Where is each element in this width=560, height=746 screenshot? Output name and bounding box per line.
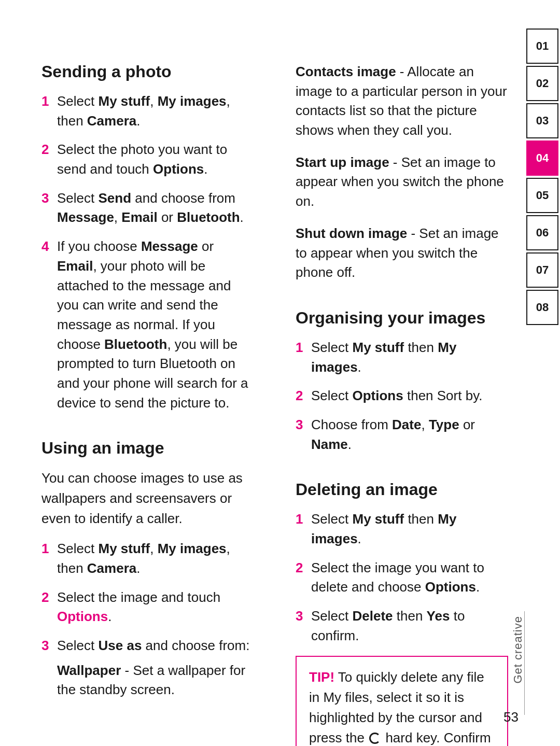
left-column: Sending a photo 1 Select My stuff, My im… [0,31,275,715]
using-image-intro: You can choose images to use as wallpape… [41,468,254,529]
step-number: 4 [41,237,57,413]
step-number: 2 [41,588,57,627]
content-layout: Sending a photo 1 Select My stuff, My im… [0,31,560,715]
list-item: 3 Select Delete then Yes to confirm. [296,607,508,645]
list-item: 2 Select the image and touch Options. [41,588,254,627]
step-number: 2 [296,386,311,406]
list-item: 3 Choose from Date, Type or Name. [296,415,508,454]
divider-line [524,611,525,715]
wallpaper-text: Wallpaper - Set a wallpaper for the stan… [57,661,254,700]
chapter-tab-03[interactable]: 03 [526,103,558,138]
step-text: Choose from Date, Type or Name. [311,415,508,454]
list-item: 3 Select Use as and choose from: [41,636,254,656]
using-image-list: 1 Select My stuff, My images, then Camer… [41,539,254,655]
step-number: 1 [41,92,57,131]
chapter-tab-07[interactable]: 07 [526,252,558,288]
sending-photo-title: Sending a photo [41,62,254,81]
chapter-tab-04[interactable]: 04 [526,140,558,176]
step-text: Select My stuff, My images, then Camera. [57,92,254,131]
step-text: Select Options then Sort by. [311,386,482,406]
list-item: 2 Select the image you want to delete an… [296,558,508,597]
step-number: 1 [296,510,311,548]
chapter-tab-02[interactable]: 02 [526,66,558,101]
shutdown-image-section: Shut down image - Set an image to appear… [296,224,508,283]
list-item: 1 Select My stuff then My images. [296,338,508,377]
step-text: Select Send and choose from Message, Ema… [57,189,254,228]
contacts-image-section: Contacts image - Allocate an image to a … [296,62,508,140]
step-number: 2 [41,140,57,179]
list-item: 2 Select the photo you want to send and … [41,140,254,179]
shutdown-image-text: Shut down image - Set an image to appear… [296,224,508,283]
step-number: 3 [41,636,57,656]
list-item: 1 Select My stuff, My images, then Camer… [41,539,254,578]
step-number: 1 [41,539,57,578]
step-text: Select My stuff, My images, then Camera. [57,539,254,578]
deleting-title: Deleting an image [296,480,508,499]
list-item: 4 If you choose Message or Email, your p… [41,237,254,413]
chapter-tab-06[interactable]: 06 [526,215,558,250]
contacts-image-text: Contacts image - Allocate an image to a … [296,62,508,140]
get-creative-label: Get creative [511,616,525,684]
tip-label: TIP! [309,669,334,685]
step-text: Select Use as and choose from: [57,636,249,656]
list-item: 3 Select Send and choose from Message, E… [41,189,254,228]
step-text: If you choose Message or Email, your pho… [57,237,254,413]
deleting-list: 1 Select My stuff then My images. 2 Sele… [296,510,508,645]
list-item: 1 Select My stuff, My images, then Camer… [41,92,254,131]
sending-photo-list: 1 Select My stuff, My images, then Camer… [41,92,254,413]
step-number: 3 [41,189,57,228]
c-key-icon [369,733,381,744]
using-image-title: Using an image [41,439,254,458]
step-number: 1 [296,338,311,377]
page-number: 53 [503,709,519,725]
startup-image-text: Start up image - Set an image to appear … [296,153,508,212]
step-text: Select My stuff then My images. [311,510,508,548]
step-text: Select My stuff then My images. [311,338,508,377]
chapter-tab-05[interactable]: 05 [526,178,558,213]
step-number: 2 [296,558,311,597]
step-text: Select Delete then Yes to confirm. [311,607,508,645]
organising-title: Organising your images [296,308,508,328]
startup-image-section: Start up image - Set an image to appear … [296,153,508,212]
chapter-sidebar: 01 02 03 04 05 06 07 08 [525,0,560,746]
list-item: 1 Select My stuff then My images. [296,510,508,548]
wallpaper-subsection: Wallpaper - Set a wallpaper for the stan… [41,661,254,700]
step-number: 3 [296,607,311,645]
step-text: Select the photo you want to send and to… [57,140,254,179]
page-container: Sending a photo 1 Select My stuff, My im… [0,0,560,746]
step-number: 3 [296,415,311,454]
step-text: Select the image and touch Options. [57,588,254,627]
step-text: Select the image you want to delete and … [311,558,508,597]
chapter-tab-08[interactable]: 08 [526,290,558,325]
tip-box: TIP! To quickly delete any file in My fi… [296,656,508,746]
list-item: 2 Select Options then Sort by. [296,386,508,406]
organising-list: 1 Select My stuff then My images. 2 Sele… [296,338,508,454]
right-column: Contacts image - Allocate an image to a … [275,31,560,715]
tip-text: TIP! To quickly delete any file in My fi… [309,667,495,746]
chapter-tab-01[interactable]: 01 [526,29,558,64]
